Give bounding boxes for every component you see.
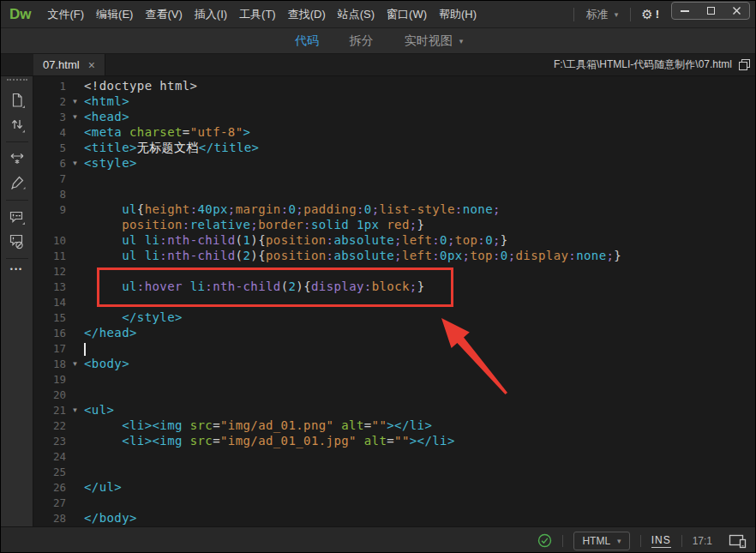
line-number: 1 [33, 80, 66, 93]
menu-view[interactable]: 查看(V) [139, 1, 188, 28]
code-row[interactable]: 20 [33, 387, 756, 402]
code-row[interactable]: 26</ul> [33, 479, 756, 495]
code-row[interactable]: 27 [33, 495, 756, 510]
code-text[interactable]: </style> [84, 310, 183, 325]
menu-site[interactable]: 站点(S) [332, 1, 381, 28]
code-text[interactable]: <title>无标题文档</title> [84, 140, 259, 155]
code-text[interactable]: <ul> [84, 402, 114, 418]
code-text[interactable]: </ul> [84, 479, 122, 495]
code-row[interactable]: 23 <li><img src="img/ad_01_01.jpg" alt="… [33, 433, 756, 448]
code-row[interactable]: 16</head> [33, 325, 756, 340]
insert-mode-indicator[interactable]: INS [651, 534, 671, 548]
code-row[interactable]: 2▼<html> [33, 93, 756, 109]
line-number: 17 [33, 342, 66, 355]
line-number: 20 [33, 388, 66, 401]
code-text[interactable]: <style> [84, 155, 137, 171]
code-text[interactable]: <meta charset="utf-8"> [84, 124, 250, 140]
menu-file[interactable]: 文件(F) [42, 1, 91, 28]
code-row[interactable]: 3▼<head> [33, 109, 756, 124]
remove-comment-icon[interactable] [1, 229, 33, 253]
code-row[interactable]: 10 ul li:nth-child(1){position:absolute;… [33, 232, 756, 248]
apply-comment-icon[interactable] [1, 205, 33, 229]
code-row[interactable]: 24 [33, 448, 756, 464]
menu-find[interactable]: 查找(D) [282, 1, 332, 28]
tab-live-view[interactable]: 实时视图 ▾ [405, 33, 464, 49]
code-row[interactable]: 21▼<ul> [33, 402, 756, 418]
code-text[interactable] [84, 340, 86, 356]
gear-icon[interactable]: ⚙ [641, 7, 652, 22]
line-number: 10 [33, 234, 66, 247]
file-icon[interactable] [1, 88, 33, 112]
wrap-tag-icon[interactable] [1, 147, 33, 171]
code-text[interactable]: <html> [84, 93, 129, 109]
file-tab[interactable]: 07.html × [33, 54, 105, 75]
code-row[interactable]: position:relative;border:solid 1px red;} [33, 217, 756, 232]
menu-edit[interactable]: 编辑(E) [90, 1, 139, 28]
text-cursor [84, 343, 86, 356]
fold-arrow-icon[interactable]: ▼ [66, 159, 84, 167]
workspace-switcher[interactable]: 标准 ▾ [583, 7, 622, 22]
code-row[interactable]: 6▼<style> [33, 155, 756, 171]
menu-help[interactable]: 帮助(H) [433, 1, 483, 28]
code-row[interactable]: 7 [33, 171, 756, 186]
code-text[interactable]: <body> [84, 356, 129, 371]
more-icon[interactable]: ••• [10, 265, 23, 273]
line-number: 27 [33, 496, 66, 509]
menu-window[interactable]: 窗口(W) [381, 1, 433, 28]
code-text[interactable]: <head> [84, 109, 129, 124]
code-row[interactable]: 4<meta charset="utf-8"> [33, 124, 756, 140]
line-number: 18 [33, 358, 66, 370]
window-controls [671, 2, 750, 20]
code-row[interactable]: 28</body> [33, 510, 756, 526]
tab-split-view[interactable]: 拆分 [350, 33, 374, 49]
format-source-icon[interactable] [1, 171, 33, 195]
code-row[interactable]: 22 <li><img src="img/ad_01.png" alt=""><… [33, 418, 756, 433]
menu-tools[interactable]: 工具(T) [233, 1, 282, 28]
code-text[interactable]: position:relative;border:solid 1px red;} [84, 217, 424, 232]
code-row[interactable]: 11 ul li:nth-child(2){position:absolute;… [33, 248, 756, 263]
close-button[interactable] [723, 3, 749, 19]
code-row[interactable]: 5<title>无标题文档</title> [33, 140, 756, 155]
code-text[interactable]: </body> [84, 510, 137, 526]
code-row[interactable]: 17 [33, 340, 756, 356]
tab-close-button[interactable]: × [88, 59, 95, 71]
doc-type-dropdown[interactable]: HTML ▾ [573, 532, 629, 550]
code-text[interactable]: <!doctype html> [84, 78, 197, 93]
code-text[interactable]: <li><img src="img/ad_01_01.jpg" alt=""><… [84, 433, 455, 448]
code-row[interactable]: 15 </style> [33, 310, 756, 325]
code-text[interactable]: ul li:nth-child(2){position:absolute;lef… [84, 248, 621, 263]
line-number: 14 [33, 296, 66, 309]
code-row[interactable]: 1<!doctype html> [33, 78, 756, 93]
restore-window-icon[interactable] [738, 58, 751, 71]
validation-check-icon[interactable] [537, 533, 552, 548]
code-row[interactable]: 9 ul{height:40px;margin:0;padding:0;list… [33, 201, 756, 217]
line-number: 6 [33, 157, 66, 170]
chevron-down-icon: ▾ [617, 537, 621, 545]
line-number: 8 [33, 188, 66, 201]
tab-code-view[interactable]: 代码 [295, 33, 319, 49]
fold-arrow-icon[interactable]: ▼ [66, 98, 84, 105]
workspace-label: 标准 [586, 7, 609, 22]
menu-insert[interactable]: 插入(I) [189, 1, 233, 28]
code-row[interactable]: 25 [33, 464, 756, 479]
code-text[interactable]: <li><img src="img/ad_01.png" alt=""></li… [84, 418, 432, 433]
move-up-down-icon[interactable] [1, 112, 33, 136]
maximize-button[interactable] [698, 3, 723, 19]
code-row[interactable]: 19 [33, 371, 756, 387]
minimize-button[interactable] [672, 3, 698, 19]
code-row[interactable]: 18▼<body> [33, 356, 756, 371]
fold-arrow-icon[interactable]: ▼ [66, 113, 84, 121]
fold-arrow-icon[interactable]: ▼ [66, 406, 84, 414]
code-text[interactable]: ul li:nth-child(1){position:absolute;lef… [84, 232, 508, 248]
line-number: 13 [33, 280, 66, 293]
fold-arrow-icon[interactable]: ▼ [66, 360, 84, 368]
toolbar-grip[interactable] [7, 79, 27, 81]
code-row[interactable]: 8 [33, 186, 756, 201]
device-preview-icon[interactable] [728, 532, 748, 550]
separator [681, 535, 682, 547]
close-icon [732, 6, 741, 15]
code-text[interactable]: </head> [84, 325, 137, 340]
code-text[interactable]: ul{height:40px;margin:0;padding:0;list-s… [84, 201, 501, 217]
dreamweaver-window: Dw 文件(F) 编辑(E) 查看(V) 插入(I) 工具(T) 查找(D) 站… [0, 0, 756, 553]
app-logo[interactable]: Dw [9, 6, 32, 23]
